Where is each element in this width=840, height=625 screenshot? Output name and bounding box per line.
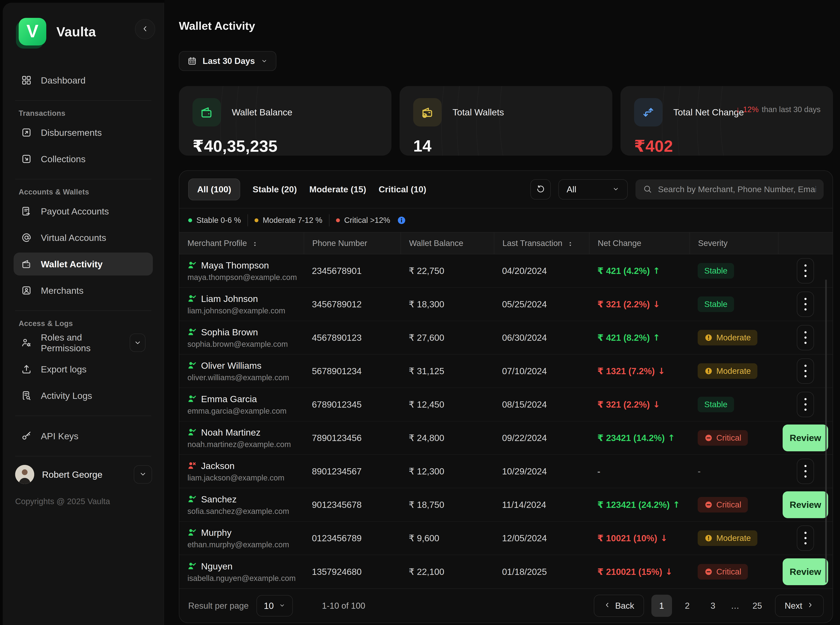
severity-cell: Critical <box>689 421 778 454</box>
legend-item-moderate-7-12: Moderate 7-12 % <box>254 216 323 225</box>
column-header-last-transaction[interactable]: Last Transaction <box>494 233 589 254</box>
last-transaction: 08/15/2024 <box>494 388 589 421</box>
wallet-balance: ₹ 12,450 <box>401 388 494 421</box>
date-range-filter[interactable]: Last 30 Days <box>179 51 276 71</box>
last-transaction: 04/20/2024 <box>494 254 589 287</box>
next-button[interactable]: Next <box>775 595 824 617</box>
severity-badge-stable: Stable <box>698 263 734 278</box>
severity-cell: Moderate <box>689 354 778 387</box>
table-row-emma-garcia: Emma Garciaemma.garcia@example.com678901… <box>179 388 832 421</box>
sidebar-item-wallet-activity[interactable]: Wallet Activity <box>14 253 153 275</box>
info-icon[interactable] <box>397 216 406 225</box>
page-1[interactable]: 1 <box>651 595 672 617</box>
review-button[interactable]: Review <box>782 491 828 518</box>
payout-icon <box>21 206 32 217</box>
severity-tabs: All (100)Stable (20)Moderate (15)Critica… <box>188 179 426 200</box>
severity-badge-critical: Critical <box>698 430 748 446</box>
legend-dot <box>336 218 340 222</box>
page-numbers: 123…25 <box>651 595 768 617</box>
phone-number: 6789012345 <box>304 388 401 421</box>
page-ellipsis: … <box>728 601 742 611</box>
row-menu-button[interactable] <box>797 525 814 551</box>
sidebar-item-payout-accounts[interactable]: Payout Accounts <box>14 200 153 222</box>
sidebar-item-merchants[interactable]: Merchants <box>14 279 153 302</box>
tab-critical-10[interactable]: Critical (10) <box>379 184 426 194</box>
page-25[interactable]: 25 <box>747 595 768 617</box>
arrow-up-icon: ↑ <box>673 500 680 510</box>
review-button[interactable]: Review <box>782 558 828 585</box>
row-menu-button[interactable] <box>797 325 814 350</box>
key-icon <box>21 431 32 442</box>
refresh-icon <box>536 184 545 194</box>
severity-filter-select[interactable]: All <box>558 179 628 199</box>
merchant-name: Noah Martinez <box>201 427 260 438</box>
sidebar-item-disbursements[interactable]: Disbursements <box>14 121 153 144</box>
action-cell <box>778 522 832 555</box>
net-change-cell: ₹ 421 (4.2%)↑ <box>589 254 689 287</box>
action-cell <box>778 321 832 354</box>
row-menu-button[interactable] <box>797 258 814 283</box>
merchant-profile-cell: Emma Garciaemma.garcia@example.com <box>179 388 304 421</box>
phone-number: 7890123456 <box>304 421 401 454</box>
table-scrollbar[interactable] <box>825 280 827 583</box>
merchant-name: Nguyen <box>201 561 232 572</box>
back-button[interactable]: Back <box>594 595 644 617</box>
sidebar-section-label-accounts-wallets: Accounts & Wallets <box>19 188 153 196</box>
page-2[interactable]: 2 <box>677 595 698 617</box>
net-change-cell: ₹ 123421 (24.2%)↑ <box>589 488 689 521</box>
column-header-merchant-profile[interactable]: Merchant Profile <box>179 233 304 254</box>
row-menu-button[interactable] <box>797 459 814 484</box>
sort-icon[interactable] <box>567 240 574 247</box>
result-range: 1-10 of 100 <box>322 601 365 611</box>
net-change-value: - <box>597 466 600 477</box>
sidebar-item-virtual-accounts[interactable]: Virtual Accounts <box>14 226 153 249</box>
sidebar-divider <box>15 415 151 416</box>
severity-badge-moderate: Moderate <box>698 330 757 345</box>
merchant-name: Liam Johnson <box>201 293 258 304</box>
merchant-email: isabella.nguyen@example.com <box>187 574 296 583</box>
sidebar-item-dashboard[interactable]: Dashboard <box>14 69 153 92</box>
action-cell <box>778 354 832 387</box>
user-menu-chevron[interactable] <box>134 465 152 484</box>
sidebar-item-export-logs[interactable]: Export logs <box>14 358 153 381</box>
per-page-select[interactable]: 10 <box>257 595 293 616</box>
merchant-email: noah.martinez@example.com <box>187 440 291 449</box>
sort-icon[interactable] <box>252 240 258 247</box>
sidebar-item-roles-and-permissions[interactable]: Roles and Permissions <box>14 331 153 354</box>
severity-badge-stable: Stable <box>698 397 734 412</box>
tab-all-100[interactable]: All (100) <box>188 179 240 200</box>
search-input[interactable] <box>658 184 816 194</box>
row-menu-button[interactable] <box>797 358 814 384</box>
user-check-icon <box>187 494 197 504</box>
row-menu-button[interactable] <box>797 392 814 417</box>
page-title: Wallet Activity <box>179 19 833 32</box>
review-button[interactable]: Review <box>782 424 828 451</box>
sidebar-collapse-button[interactable] <box>135 19 155 39</box>
user-check-icon <box>187 561 197 571</box>
wallet-balance: ₹ 24,800 <box>401 421 494 454</box>
sidebar-item-activity-logs[interactable]: Activity Logs <box>14 384 153 407</box>
row-menu-button[interactable] <box>797 292 814 317</box>
tab-stable-20[interactable]: Stable (20) <box>252 184 297 194</box>
stat-value: ₹40,35,235 <box>193 137 378 155</box>
table-row-jackson: Jacksonliam.jackson@example.com890123456… <box>179 455 832 488</box>
sidebar-item-collections[interactable]: Collections <box>14 148 153 170</box>
action-cell: Review <box>778 421 832 454</box>
user-check-icon <box>187 528 197 537</box>
page-3[interactable]: 3 <box>703 595 723 617</box>
chevron-down-icon[interactable] <box>130 334 145 352</box>
last-transaction: 05/25/2024 <box>494 288 589 321</box>
tab-moderate-15[interactable]: Moderate (15) <box>309 184 366 194</box>
table-header: Merchant ProfilePhone NumberWallet Balan… <box>179 232 832 254</box>
merchant-profile-cell: Maya Thompsonmaya.thompson@example.com <box>179 254 304 287</box>
sidebar-item-api-keys[interactable]: API Keys <box>14 424 153 448</box>
table-row-sophia-brown: Sophia Brownsophia.brown@example.com4567… <box>179 321 832 354</box>
column-header-wallet-balance: Wallet Balance <box>401 233 494 254</box>
refresh-button[interactable] <box>530 179 551 199</box>
chevron-left-icon <box>141 25 149 34</box>
user-check-icon <box>187 327 197 337</box>
app-root: V Vaulta DashboardTransactionsDisburseme… <box>0 0 840 625</box>
stat-label: Total Wallets <box>452 107 504 118</box>
wallet-balance: ₹ 12,300 <box>401 455 494 488</box>
user-menu[interactable]: Robert George <box>15 465 153 484</box>
